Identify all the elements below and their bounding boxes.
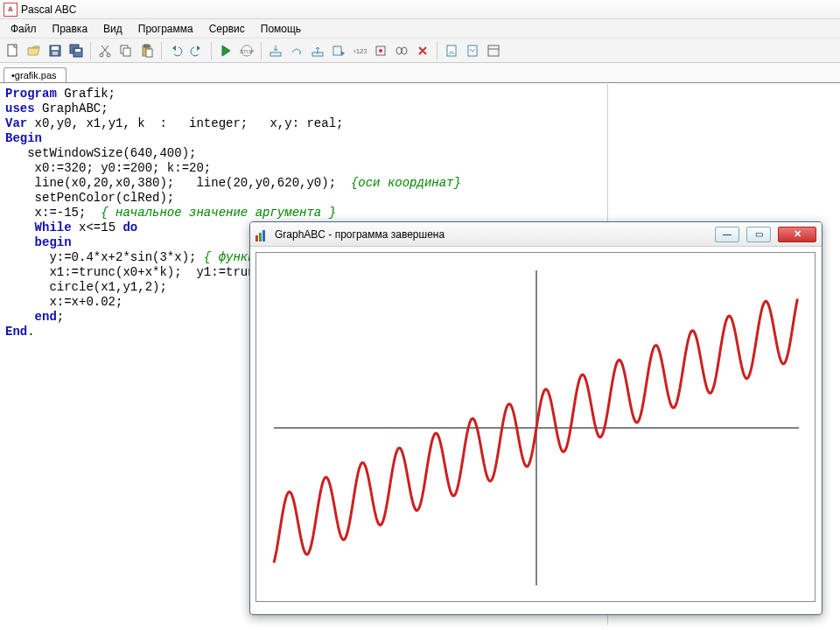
copy-icon[interactable] <box>116 41 136 60</box>
svg-rect-6 <box>75 49 80 52</box>
code-text: GraphABC; <box>35 102 108 116</box>
kw-end: End <box>5 325 27 339</box>
svg-text:›123: ›123 <box>354 47 367 55</box>
svg-rect-10 <box>123 48 130 56</box>
code-text: ; <box>57 310 64 324</box>
options-icon[interactable] <box>484 41 503 60</box>
menu-file[interactable]: Файл <box>4 21 44 37</box>
kw-begin-inner: begin <box>5 235 72 249</box>
code-text: x0,y0, x1,y1, k : integer; x,y: real; <box>27 116 343 130</box>
breakpoint-icon[interactable] <box>371 41 390 60</box>
step-over-icon[interactable] <box>287 41 306 60</box>
code-text: setPenColor(clRed); <box>5 191 174 205</box>
code-text: x:=x+0.02; <box>5 295 122 309</box>
open-file-icon[interactable] <box>24 41 44 60</box>
code-text: x<=15 <box>72 220 123 234</box>
undo-icon[interactable] <box>166 41 186 60</box>
svg-rect-16 <box>270 52 281 56</box>
code-text: x0:=320; y0:=200; k:=20; <box>5 161 211 175</box>
minimize-button[interactable]: — <box>715 227 739 242</box>
paste-icon[interactable] <box>137 41 157 60</box>
svg-text:STOP: STOP <box>240 49 254 54</box>
menu-bar: Файл Правка Вид Программа Сервис Помощь <box>0 19 840 38</box>
svg-rect-24 <box>447 46 456 56</box>
menu-view[interactable]: Вид <box>96 21 130 37</box>
svg-point-23 <box>402 47 407 54</box>
plot-svg <box>256 253 816 603</box>
code-text: . <box>27 325 34 339</box>
save-icon[interactable] <box>46 41 65 60</box>
kw-var: Var <box>5 116 27 130</box>
kw-while: While <box>5 220 72 234</box>
comment: { функц <box>204 250 256 264</box>
svg-rect-18 <box>333 46 341 55</box>
svg-rect-0 <box>8 45 17 56</box>
toolbar: STOP ›123 <box>0 38 840 63</box>
svg-point-22 <box>396 47 402 54</box>
tab-grafik[interactable]: •grafik.pas <box>4 67 66 82</box>
graph-app-icon <box>256 228 270 242</box>
code-text: x1:=trunc(x0+x*k); y1:=trunc <box>5 265 262 279</box>
editor-tabs: •grafik.pas <box>0 63 840 82</box>
code-text: circle(x1,y1,2); <box>5 280 167 294</box>
code-text: Grafik; <box>57 87 116 101</box>
build-icon[interactable] <box>463 41 482 60</box>
toolbar-separator <box>211 42 212 60</box>
new-file-icon[interactable] <box>4 41 23 60</box>
kw-program: Program <box>5 87 57 101</box>
toolbar-separator <box>261 42 262 60</box>
save-all-icon[interactable] <box>66 41 86 60</box>
watch-icon[interactable] <box>392 41 411 60</box>
kw-do: do <box>122 220 137 234</box>
svg-point-21 <box>379 49 382 52</box>
svg-rect-3 <box>52 52 58 55</box>
svg-rect-25 <box>468 46 477 56</box>
app-icon: A <box>4 3 18 17</box>
svg-rect-2 <box>52 46 59 50</box>
step-into-icon[interactable] <box>266 41 285 60</box>
menu-edit[interactable]: Правка <box>46 21 95 37</box>
clear-icon[interactable] <box>413 41 432 60</box>
menu-program[interactable]: Программа <box>131 21 200 37</box>
compile-icon[interactable] <box>442 41 461 60</box>
svg-rect-26 <box>488 46 499 56</box>
maximize-button[interactable]: ▭ <box>746 227 771 242</box>
close-button[interactable]: ✕ <box>778 227 816 242</box>
toolbar-separator <box>161 42 162 60</box>
comment: {оси координат} <box>351 176 461 190</box>
toolbar-separator <box>437 42 438 60</box>
code-text: x:=-15; <box>5 206 101 220</box>
app-title: Pascal ABC <box>21 4 76 16</box>
kw-end-inner: end <box>5 310 57 324</box>
kw-uses: uses <box>5 102 35 116</box>
graph-window-title: GraphABC - программа завершена <box>275 228 708 241</box>
svg-rect-13 <box>146 49 152 57</box>
cut-icon[interactable] <box>95 41 115 60</box>
run-icon[interactable] <box>216 41 235 60</box>
graph-canvas <box>256 252 816 602</box>
graph-output-window[interactable]: GraphABC - программа завершена — ▭ ✕ <box>249 221 822 615</box>
title-bar: A Pascal ABC <box>0 0 840 19</box>
goto-line-icon[interactable]: ›123 <box>350 41 369 60</box>
menu-help[interactable]: Помощь <box>254 21 308 37</box>
kw-begin: Begin <box>5 131 42 145</box>
code-text: setWindowSize(640,400); <box>5 146 196 160</box>
toolbar-separator <box>90 42 91 60</box>
comment: { начальное значение аргумента } <box>101 206 336 220</box>
run-to-cursor-icon[interactable] <box>329 41 348 60</box>
code-text: y:=0.4*x+2*sin(3*x); <box>5 250 204 264</box>
svg-rect-12 <box>144 45 149 47</box>
code-text: line(x0,20,x0,380); line(20,y0,620,y0); <box>5 176 351 190</box>
menu-service[interactable]: Сервис <box>202 21 252 37</box>
graph-titlebar[interactable]: GraphABC - программа завершена — ▭ ✕ <box>250 222 822 247</box>
redo-icon[interactable] <box>187 41 206 60</box>
step-out-icon[interactable] <box>308 41 327 60</box>
stop-icon[interactable]: STOP <box>237 41 256 60</box>
